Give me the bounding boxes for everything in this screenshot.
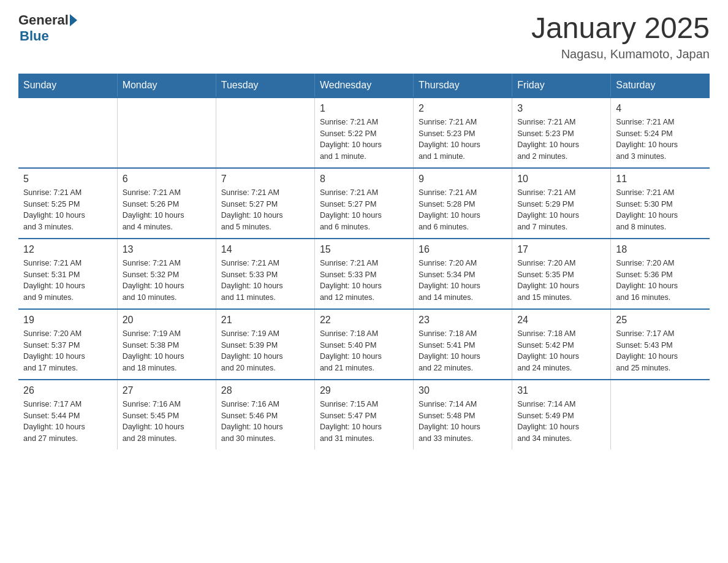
day-number: 17 [517, 244, 605, 255]
day-number: 27 [123, 385, 211, 396]
header-monday: Monday [117, 74, 216, 98]
calendar-cell-w2-d1: 6Sunrise: 7:21 AM Sunset: 5:26 PM Daylig… [117, 168, 216, 239]
calendar-cell-w1-d3: 1Sunrise: 7:21 AM Sunset: 5:22 PM Daylig… [314, 98, 413, 168]
week-row-1: 1Sunrise: 7:21 AM Sunset: 5:22 PM Daylig… [18, 98, 710, 168]
day-number: 26 [23, 385, 112, 396]
logo-text-blue: Blue [20, 28, 49, 44]
calendar-cell-w4-d1: 20Sunrise: 7:19 AM Sunset: 5:38 PM Dayli… [117, 309, 216, 380]
calendar-cell-w4-d6: 25Sunrise: 7:17 AM Sunset: 5:43 PM Dayli… [611, 309, 710, 380]
calendar-cell-w1-d4: 2Sunrise: 7:21 AM Sunset: 5:23 PM Daylig… [414, 98, 512, 168]
calendar-cell-w3-d2: 14Sunrise: 7:21 AM Sunset: 5:33 PM Dayli… [216, 239, 314, 309]
day-info: Sunrise: 7:14 AM Sunset: 5:48 PM Dayligh… [419, 399, 507, 445]
day-number: 12 [23, 244, 112, 255]
day-number: 21 [221, 315, 309, 326]
day-info: Sunrise: 7:20 AM Sunset: 5:34 PM Dayligh… [419, 258, 507, 304]
day-number: 8 [320, 174, 408, 185]
calendar-cell-w4-d4: 23Sunrise: 7:18 AM Sunset: 5:41 PM Dayli… [414, 309, 512, 380]
day-info: Sunrise: 7:17 AM Sunset: 5:44 PM Dayligh… [23, 399, 112, 445]
calendar-cell-w2-d0: 5Sunrise: 7:21 AM Sunset: 5:25 PM Daylig… [18, 168, 117, 239]
day-number: 4 [616, 103, 705, 114]
header-saturday: Saturday [611, 74, 710, 98]
calendar-cell-w5-d0: 26Sunrise: 7:17 AM Sunset: 5:44 PM Dayli… [18, 380, 117, 450]
calendar-cell-w3-d1: 13Sunrise: 7:21 AM Sunset: 5:32 PM Dayli… [117, 239, 216, 309]
day-number: 30 [419, 385, 507, 396]
calendar-cell-w2-d5: 10Sunrise: 7:21 AM Sunset: 5:29 PM Dayli… [512, 168, 611, 239]
day-info: Sunrise: 7:20 AM Sunset: 5:37 PM Dayligh… [23, 328, 112, 374]
day-info: Sunrise: 7:21 AM Sunset: 5:23 PM Dayligh… [517, 117, 605, 163]
calendar-cell-w4-d3: 22Sunrise: 7:18 AM Sunset: 5:40 PM Dayli… [314, 309, 413, 380]
day-number: 11 [616, 174, 705, 185]
calendar-cell-w1-d1 [117, 98, 216, 168]
calendar-cell-w1-d2 [216, 98, 314, 168]
day-number: 24 [517, 315, 605, 326]
calendar-cell-w3-d6: 18Sunrise: 7:20 AM Sunset: 5:36 PM Dayli… [611, 239, 710, 309]
calendar-cell-w3-d3: 15Sunrise: 7:21 AM Sunset: 5:33 PM Dayli… [314, 239, 413, 309]
day-info: Sunrise: 7:21 AM Sunset: 5:27 PM Dayligh… [320, 187, 408, 233]
day-number: 31 [517, 385, 605, 396]
calendar-table: Sunday Monday Tuesday Wednesday Thursday… [18, 74, 710, 450]
calendar-cell-w5-d5: 31Sunrise: 7:14 AM Sunset: 5:49 PM Dayli… [512, 380, 611, 450]
logo-arrow-icon [70, 14, 77, 26]
calendar-cell-w2-d6: 11Sunrise: 7:21 AM Sunset: 5:30 PM Dayli… [611, 168, 710, 239]
calendar-cell-w5-d2: 28Sunrise: 7:16 AM Sunset: 5:46 PM Dayli… [216, 380, 314, 450]
week-row-4: 19Sunrise: 7:20 AM Sunset: 5:37 PM Dayli… [18, 309, 710, 380]
day-info: Sunrise: 7:18 AM Sunset: 5:42 PM Dayligh… [517, 328, 605, 374]
day-number: 23 [419, 315, 507, 326]
day-number: 19 [23, 315, 112, 326]
page-header: General Blue January 2025 Nagasu, Kumamo… [18, 12, 710, 61]
day-info: Sunrise: 7:21 AM Sunset: 5:26 PM Dayligh… [123, 187, 211, 233]
day-info: Sunrise: 7:21 AM Sunset: 5:29 PM Dayligh… [517, 187, 605, 233]
day-info: Sunrise: 7:21 AM Sunset: 5:31 PM Dayligh… [23, 258, 112, 304]
calendar-cell-w3-d5: 17Sunrise: 7:20 AM Sunset: 5:35 PM Dayli… [512, 239, 611, 309]
day-number: 29 [320, 385, 408, 396]
day-number: 3 [517, 103, 605, 114]
day-number: 6 [123, 174, 211, 185]
day-number: 25 [616, 315, 705, 326]
day-info: Sunrise: 7:17 AM Sunset: 5:43 PM Dayligh… [616, 328, 705, 374]
day-info: Sunrise: 7:21 AM Sunset: 5:30 PM Dayligh… [616, 187, 705, 233]
header-sunday: Sunday [18, 74, 117, 98]
day-number: 2 [419, 103, 507, 114]
day-number: 16 [419, 244, 507, 255]
calendar-subtitle: Nagasu, Kumamoto, Japan [531, 47, 710, 61]
calendar-cell-w2-d4: 9Sunrise: 7:21 AM Sunset: 5:28 PM Daylig… [414, 168, 512, 239]
logo: General Blue [18, 12, 77, 44]
day-number: 10 [517, 174, 605, 185]
day-number: 1 [320, 103, 408, 114]
day-info: Sunrise: 7:21 AM Sunset: 5:32 PM Dayligh… [123, 258, 211, 304]
day-info: Sunrise: 7:21 AM Sunset: 5:22 PM Dayligh… [320, 117, 408, 163]
day-info: Sunrise: 7:20 AM Sunset: 5:36 PM Dayligh… [616, 258, 705, 304]
day-info: Sunrise: 7:16 AM Sunset: 5:46 PM Dayligh… [221, 399, 309, 445]
day-info: Sunrise: 7:21 AM Sunset: 5:33 PM Dayligh… [221, 258, 309, 304]
day-number: 28 [221, 385, 309, 396]
calendar-cell-w4-d2: 21Sunrise: 7:19 AM Sunset: 5:39 PM Dayli… [216, 309, 314, 380]
header-thursday: Thursday [414, 74, 512, 98]
day-info: Sunrise: 7:18 AM Sunset: 5:41 PM Dayligh… [419, 328, 507, 374]
week-row-5: 26Sunrise: 7:17 AM Sunset: 5:44 PM Dayli… [18, 380, 710, 450]
calendar-cell-w5-d1: 27Sunrise: 7:16 AM Sunset: 5:45 PM Dayli… [117, 380, 216, 450]
day-info: Sunrise: 7:21 AM Sunset: 5:24 PM Dayligh… [616, 117, 705, 163]
day-number: 15 [320, 244, 408, 255]
day-info: Sunrise: 7:21 AM Sunset: 5:28 PM Dayligh… [419, 187, 507, 233]
calendar-cell-w4-d5: 24Sunrise: 7:18 AM Sunset: 5:42 PM Dayli… [512, 309, 611, 380]
day-info: Sunrise: 7:16 AM Sunset: 5:45 PM Dayligh… [123, 399, 211, 445]
day-info: Sunrise: 7:21 AM Sunset: 5:27 PM Dayligh… [221, 187, 309, 233]
day-number: 18 [616, 244, 705, 255]
calendar-cell-w5-d4: 30Sunrise: 7:14 AM Sunset: 5:48 PM Dayli… [414, 380, 512, 450]
day-info: Sunrise: 7:21 AM Sunset: 5:25 PM Dayligh… [23, 187, 112, 233]
calendar-cell-w5-d6 [611, 380, 710, 450]
week-row-3: 12Sunrise: 7:21 AM Sunset: 5:31 PM Dayli… [18, 239, 710, 309]
calendar-cell-w1-d6: 4Sunrise: 7:21 AM Sunset: 5:24 PM Daylig… [611, 98, 710, 168]
calendar-cell-w2-d3: 8Sunrise: 7:21 AM Sunset: 5:27 PM Daylig… [314, 168, 413, 239]
calendar-cell-w3-d4: 16Sunrise: 7:20 AM Sunset: 5:34 PM Dayli… [414, 239, 512, 309]
day-info: Sunrise: 7:21 AM Sunset: 5:23 PM Dayligh… [419, 117, 507, 163]
header-friday: Friday [512, 74, 611, 98]
day-info: Sunrise: 7:18 AM Sunset: 5:40 PM Dayligh… [320, 328, 408, 374]
day-number: 9 [419, 174, 507, 185]
calendar-cell-w3-d0: 12Sunrise: 7:21 AM Sunset: 5:31 PM Dayli… [18, 239, 117, 309]
calendar-cell-w2-d2: 7Sunrise: 7:21 AM Sunset: 5:27 PM Daylig… [216, 168, 314, 239]
header-wednesday: Wednesday [314, 74, 413, 98]
day-info: Sunrise: 7:19 AM Sunset: 5:39 PM Dayligh… [221, 328, 309, 374]
day-info: Sunrise: 7:15 AM Sunset: 5:47 PM Dayligh… [320, 399, 408, 445]
calendar-cell-w1-d5: 3Sunrise: 7:21 AM Sunset: 5:23 PM Daylig… [512, 98, 611, 168]
